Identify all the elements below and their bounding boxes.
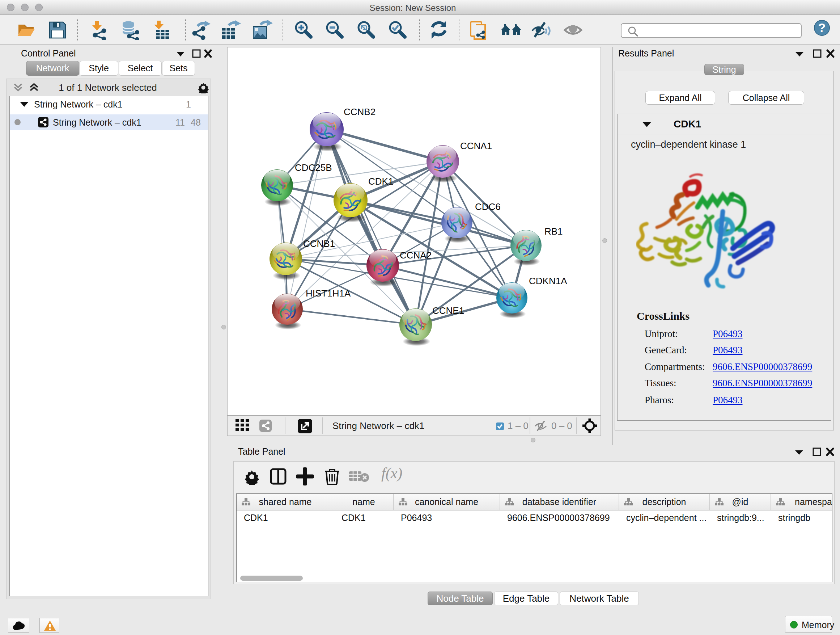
svg-text:CDK1: CDK1 xyxy=(368,176,393,187)
svg-text:CDKN1A: CDKN1A xyxy=(529,276,567,287)
svg-text:CCNA1: CCNA1 xyxy=(460,141,492,151)
svg-text:CCNE1: CCNE1 xyxy=(432,305,464,316)
svg-text:HIST1H1A: HIST1H1A xyxy=(306,288,351,299)
svg-text:RB1: RB1 xyxy=(545,226,563,237)
svg-text:CCNB2: CCNB2 xyxy=(344,106,376,117)
svg-text:CCNB1: CCNB1 xyxy=(303,238,335,249)
svg-text:?: ? xyxy=(818,21,826,35)
svg-text:CCNA2: CCNA2 xyxy=(400,250,431,261)
svg-text:CDC25B: CDC25B xyxy=(295,162,332,173)
svg-text:CDC6: CDC6 xyxy=(475,201,501,212)
